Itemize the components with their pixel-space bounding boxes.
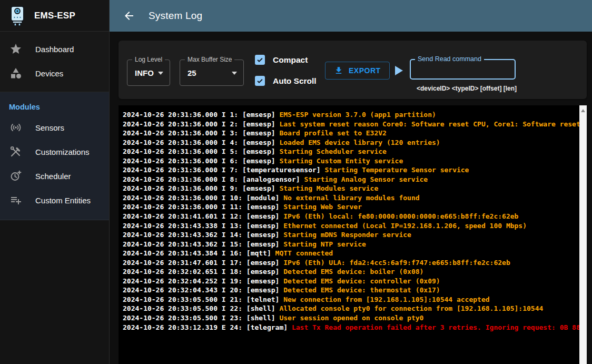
chevron-down-icon <box>232 72 237 75</box>
log-message: EMS-ESP version 3.7.0 (app1 partition) <box>279 111 436 119</box>
log-message: MQTT connected <box>275 249 333 257</box>
log-message: Board profile set to E32V2 <box>279 129 387 137</box>
sidebar-item-label: Dashboard <box>35 45 74 54</box>
checkbox-checked-icon <box>255 55 265 65</box>
chevron-down-icon <box>158 72 163 75</box>
auto-scroll-label: Auto Scroll <box>273 76 317 86</box>
content-area: Log Level INFO Max Buffer Size 25 Compac… <box>110 32 592 364</box>
auto-scroll-checkbox[interactable]: Auto Scroll <box>255 76 317 86</box>
log-line: 2024-10-26 20:33:05.500 I 22: [shell] Al… <box>123 304 575 313</box>
sensors-icon <box>9 121 23 134</box>
log-meta: 2024-10-26 20:31:36.000 I 4: [emsesp] <box>123 139 279 146</box>
log-message: Last system reset reason Core0: Software… <box>279 120 580 128</box>
log-meta: 2024-10-26 20:31:36.000 I 10: [module] <box>123 194 283 202</box>
sidebar-item-devices[interactable]: Devices <box>0 61 109 85</box>
playlist-add-icon <box>9 194 23 206</box>
log-meta: 2024-10-26 20:31:43.362 I 15: [emsesp] <box>123 240 283 248</box>
clock-plus-icon <box>9 170 23 182</box>
log-meta: 2024-10-26 20:31:36.000 I 11: [emsesp] <box>123 203 283 211</box>
sidebar-item-dashboard[interactable]: Dashboard <box>0 37 109 61</box>
log-lines: 2024-10-26 20:31:36.000 I 1: [emsesp] EM… <box>119 105 587 332</box>
log-line: 2024-10-26 20:31:36.000 I 8: [analogsens… <box>123 175 575 184</box>
log-console[interactable]: 2024-10-26 20:31:36.000 I 1: [emsesp] EM… <box>119 105 587 364</box>
sidebar-item-scheduler[interactable]: Scheduler <box>0 164 109 188</box>
log-line: 2024-10-26 20:32:04.252 I 19: [emsesp] D… <box>123 277 575 286</box>
page-title: System Log <box>149 10 202 22</box>
app-brand: EMS-ESP <box>34 11 75 21</box>
log-line: 2024-10-26 20:31:36.000 I 10: [module] N… <box>123 193 575 203</box>
log-meta: 2024-10-26 20:31:36.000 I 6: [emsesp] <box>123 157 279 165</box>
log-message: Allocated console pty0 for connection fr… <box>279 304 543 312</box>
export-button-label: EXPORT <box>349 66 381 75</box>
log-meta: 2024-10-26 20:32:02.651 I 18: [emsesp] <box>123 268 283 276</box>
log-message: User session opened on console pty0 <box>279 314 423 322</box>
log-line: 2024-10-26 20:33:05.500 I 21: [telnet] N… <box>123 295 575 304</box>
log-message: Starting Modules service <box>279 184 378 192</box>
main-area: System Log Log Level INFO Max Buffer Siz… <box>110 0 592 364</box>
max-buffer-size-select[interactable]: Max Buffer Size 25 <box>180 60 244 86</box>
arrow-back-icon[interactable] <box>122 8 136 23</box>
sidebar-empty-area <box>0 220 109 364</box>
sidebar-main-nav: Dashboard Devices <box>0 32 109 92</box>
sidebar-header: EMS-ESP <box>0 0 109 32</box>
send-read-command-input[interactable] <box>411 60 515 78</box>
log-line: 2024-10-26 20:32:04.343 I 20: [emsesp] D… <box>123 286 575 295</box>
compact-label: Compact <box>273 55 308 65</box>
log-line: 2024-10-26 20:32:02.651 I 18: [emsesp] D… <box>123 267 575 277</box>
log-meta: 2024-10-26 20:33:12.319 E 24: [telegram] <box>123 323 292 331</box>
log-line: 2024-10-26 20:31:41.601 I 12: [emsesp] I… <box>123 212 575 221</box>
log-message: New connection from [192.168.1.105]:1054… <box>283 296 489 303</box>
log-line: 2024-10-26 20:31:36.000 I 9: [emsesp] St… <box>123 184 575 193</box>
sidebar-item-customizations[interactable]: Customizations <box>0 140 109 164</box>
log-meta: 2024-10-26 20:31:47.601 I 17: [emsesp] <box>123 259 283 267</box>
sidebar-item-sensors[interactable]: Sensors <box>0 115 109 140</box>
log-message: IPv6 (Eth) local: fe80:0000:0000:0000:e6… <box>283 212 518 220</box>
log-meta: 2024-10-26 20:32:04.343 I 20: [emsesp] <box>123 286 283 294</box>
log-meta: 2024-10-26 20:33:05.500 I 21: [telnet] <box>123 296 283 303</box>
scroll-up-arrow-icon[interactable] <box>581 109 585 112</box>
console-scrollbar[interactable] <box>579 105 587 364</box>
log-message: Detected EMS device: thermostat (0x17) <box>283 286 440 294</box>
log-message: Starting Web Server <box>283 203 362 211</box>
log-message: Starting mDNS Responder service <box>283 231 411 239</box>
log-meta: 2024-10-26 20:31:36.000 I 5: [emsesp] <box>123 147 279 155</box>
log-meta: 2024-10-26 20:31:43.338 I 13: [emsesp] <box>123 222 283 230</box>
send-read-command-label: Send Read command <box>415 55 484 63</box>
log-message: Starting Analog Sensor service <box>304 175 428 183</box>
log-line: 2024-10-26 20:31:43.362 I 14: [emsesp] S… <box>123 230 575 240</box>
checkbox-checked-icon <box>255 76 265 86</box>
log-line: 2024-10-26 20:31:47.601 I 17: [emsesp] I… <box>123 258 575 268</box>
category-icon <box>9 67 23 80</box>
log-meta: 2024-10-26 20:33:05.500 I 23: [shell] <box>123 314 279 322</box>
compact-checkbox[interactable]: Compact <box>255 55 308 65</box>
log-line: 2024-10-26 20:31:36.000 I 7: [temperatur… <box>123 165 575 175</box>
log-message: Starting NTP service <box>283 240 366 248</box>
log-toolbar-card: Log Level INFO Max Buffer Size 25 Compac… <box>119 41 587 99</box>
log-message: Last Tx Read operation failed after 3 re… <box>292 323 580 331</box>
export-button[interactable]: EXPORT <box>325 62 390 80</box>
modules-section-header: Modules <box>0 94 109 115</box>
log-message: No external library modules found <box>283 194 419 202</box>
log-meta: 2024-10-26 20:31:41.601 I 12: [emsesp] <box>123 212 283 220</box>
log-meta: 2024-10-26 20:31:36.000 I 7: [temperatur… <box>123 166 325 174</box>
log-message: Starting Scheduler service <box>279 147 387 155</box>
log-meta: 2024-10-26 20:31:36.000 I 9: [emsesp] <box>123 184 279 192</box>
log-message: IPv6 (Eth) ULA: fda2:4cc5:6af9:f747:e665… <box>283 259 510 267</box>
sidebar-item-label: Scheduler <box>35 172 71 181</box>
log-meta: 2024-10-26 20:32:04.252 I 19: [emsesp] <box>123 277 283 285</box>
send-command-play-icon[interactable] <box>395 66 403 75</box>
log-meta: 2024-10-26 20:31:43.384 I 16: [mqtt] <box>123 249 275 257</box>
max-buffer-size-label: Max Buffer Size <box>185 56 234 63</box>
log-meta: 2024-10-26 20:31:43.362 I 14: [emsesp] <box>123 231 283 239</box>
log-line: 2024-10-26 20:31:36.000 I 4: [emsesp] Lo… <box>123 138 575 147</box>
log-line: 2024-10-26 20:31:43.384 I 16: [mqtt] MQT… <box>123 249 575 258</box>
star-icon <box>9 43 23 55</box>
log-message: Starting Temperature Sensor service <box>325 166 469 174</box>
log-line: 2024-10-26 20:31:36.000 I 6: [emsesp] St… <box>123 156 575 166</box>
log-line: 2024-10-26 20:31:36.000 I 11: [emsesp] S… <box>123 202 575 212</box>
sidebar-item-custom-entities[interactable]: Custom Entities <box>0 188 109 212</box>
log-line: 2024-10-26 20:31:36.000 I 5: [emsesp] St… <box>123 147 575 156</box>
log-line: 2024-10-26 20:31:36.000 I 2: [emsesp] La… <box>123 120 575 129</box>
sidebar-item-label: Custom Entities <box>35 196 91 205</box>
log-level-select[interactable]: Log Level INFO <box>127 60 170 86</box>
